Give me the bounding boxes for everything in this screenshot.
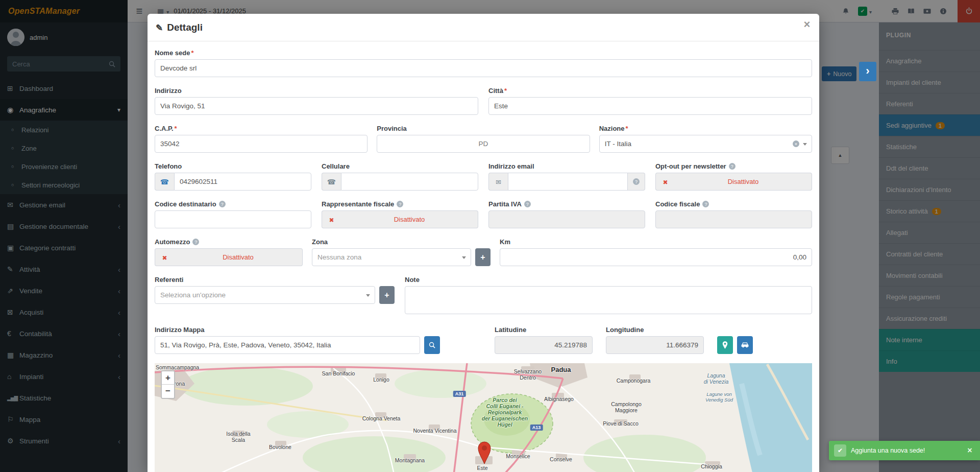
km-label: Km: [500, 238, 510, 246]
add-zona-button[interactable]: [475, 248, 491, 266]
latitudine-label: Latitudine: [495, 326, 526, 334]
map-marker-button[interactable]: [717, 336, 733, 354]
codice-destinatario-field[interactable]: [155, 210, 311, 228]
telefono-field[interactable]: [174, 173, 311, 191]
map-zoom-control: [161, 370, 175, 399]
success-toast: Aggiunta una nuova sede!: [829, 441, 980, 460]
note-field[interactable]: [405, 286, 812, 314]
x-mark-icon: [663, 177, 668, 186]
nome-sede-field[interactable]: [155, 59, 812, 77]
x-mark-icon: [162, 253, 167, 262]
phone-icon: [160, 177, 169, 186]
route-car-button[interactable]: [737, 336, 753, 354]
check-icon: [834, 444, 846, 457]
indirizzo-mappa-label: Indirizzo Mappa: [155, 326, 205, 334]
map-canvas: [155, 363, 812, 472]
optout-toggle[interactable]: [655, 173, 675, 191]
zona-label: Zona: [312, 238, 328, 246]
cap-field[interactable]: [155, 135, 368, 153]
mobile-phone-icon: [327, 177, 336, 186]
longitudine-field: [606, 336, 704, 354]
optout-label: Opt-out per newsletter: [655, 162, 726, 170]
codice-fiscale-label: Codice fiscale: [655, 200, 700, 208]
details-modal: Dettagli Nome sede Indirizzo Città: [148, 14, 819, 472]
provincia-field[interactable]: [377, 135, 590, 153]
modal-header: Dettagli: [148, 14, 819, 41]
automezzo-toggle[interactable]: [155, 248, 174, 266]
zoom-in-button[interactable]: [162, 371, 174, 385]
modal-body: Nome sede Indirizzo Città C.A.P.: [148, 41, 819, 472]
help-icon[interactable]: [702, 201, 709, 207]
pencil-icon: [156, 22, 163, 33]
rappresentante-fiscale-state: Disattivato: [341, 210, 478, 228]
help-icon[interactable]: [397, 201, 403, 207]
indirizzo-mappa-field[interactable]: [155, 336, 420, 354]
plugin-panel-toggle-button[interactable]: [859, 62, 876, 81]
citta-label: Città: [488, 87, 507, 95]
envelope-icon: [496, 177, 501, 186]
cap-label: C.A.P.: [155, 125, 177, 132]
geocode-search-button[interactable]: [424, 336, 440, 354]
note-label: Note: [405, 276, 420, 284]
help-icon[interactable]: [192, 239, 199, 245]
app: OpenSTAManager admin ⊞Dashboard ◉Anagraf…: [0, 0, 980, 472]
rappresentante-fiscale-label: Rappresentante fiscale: [322, 200, 394, 208]
nazione-select[interactable]: IT - Italia: [599, 135, 812, 153]
telefono-label: Telefono: [155, 162, 182, 170]
leaflet-map[interactable]: Sommacampagna Verona San Bonifacio Lonig…: [155, 363, 812, 472]
rappresentante-fiscale-toggle[interactable]: [322, 210, 341, 228]
indirizzo-field[interactable]: [155, 97, 478, 115]
add-referente-button[interactable]: [379, 286, 395, 304]
toast-message: Aggiunta una nuova sede!: [851, 447, 925, 454]
zoom-out-button[interactable]: [162, 385, 174, 398]
longitudine-label: Longitudine: [606, 326, 644, 334]
indirizzo-label: Indirizzo: [155, 87, 182, 95]
cellulare-label: Cellulare: [322, 162, 350, 170]
referenti-label: Referenti: [155, 276, 183, 284]
partita-iva-field: [488, 210, 645, 228]
modal-title: Dettagli: [167, 22, 203, 33]
modal-close-icon[interactable]: [801, 18, 813, 30]
cellulare-field[interactable]: [341, 173, 478, 191]
provincia-label: Provincia: [377, 125, 407, 132]
latitudine-field: [495, 336, 593, 354]
partita-iva-label: Partita IVA: [488, 200, 522, 208]
optout-state: Disattivato: [675, 173, 812, 191]
email-label: Indirizzo email: [488, 162, 534, 170]
nazione-label: Nazione: [599, 125, 628, 132]
help-icon[interactable]: [219, 201, 226, 207]
help-icon[interactable]: [524, 201, 531, 207]
automezzo-state: Disattivato: [174, 248, 303, 266]
automezzo-label: Automezzo: [155, 238, 190, 246]
km-field[interactable]: [500, 248, 812, 266]
x-mark-icon: [329, 215, 334, 224]
email-help-icon[interactable]: [633, 178, 640, 185]
zona-select[interactable]: Nessuna zona: [312, 248, 471, 266]
nome-sede-label: Nome sede: [155, 49, 193, 57]
referenti-select[interactable]: Seleziona un'opzione: [155, 286, 375, 304]
clear-selection-icon[interactable]: [793, 140, 799, 147]
email-field[interactable]: [508, 173, 628, 191]
help-icon[interactable]: [729, 163, 736, 170]
codice-fiscale-field: [655, 210, 812, 228]
toast-close-icon[interactable]: [965, 445, 975, 456]
codice-destinatario-label: Codice destinatario: [155, 200, 216, 208]
citta-field[interactable]: [488, 97, 812, 115]
